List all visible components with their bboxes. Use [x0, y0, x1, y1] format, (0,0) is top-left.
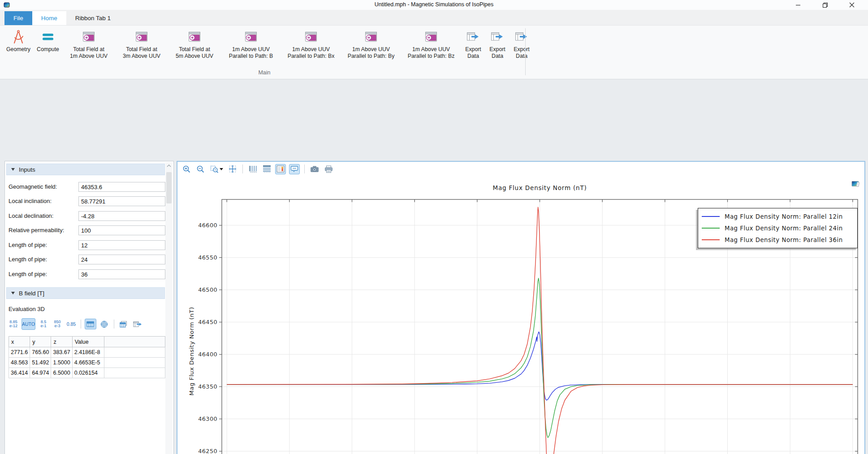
length-of-pipe-label-3: Length of pipe:	[9, 271, 47, 277]
plot-group-icon[interactable]	[851, 181, 859, 187]
length-of-pipe-label-2: Length of pipe:	[9, 256, 47, 263]
cell-y[interactable]: 765.60	[30, 347, 51, 358]
dropdown-caret-icon	[220, 168, 223, 170]
snapshot-button[interactable]	[309, 164, 320, 174]
cell-x[interactable]: 36.414	[9, 368, 30, 378]
parallel-path-b-button[interactable]: 1m Above UUVParallel to Path: B	[222, 27, 280, 60]
printer-icon	[324, 165, 333, 173]
close-icon	[849, 2, 855, 8]
parallel-path-bz-button[interactable]: 1m Above UUVParallel to Path: Bz	[402, 27, 460, 60]
total-field-1m-button[interactable]: Total Field at1m Above UUV	[64, 27, 114, 60]
tab-ribbon-1[interactable]: Ribbon Tab 1	[66, 11, 120, 25]
parallel-path-by-button[interactable]: 1m Above UUVParallel to Path: By	[342, 27, 400, 60]
tab-home[interactable]: Home	[32, 11, 66, 25]
legend-line-swatch	[702, 228, 720, 229]
cell-z[interactable]: 383.67	[51, 347, 72, 358]
relative-permeability-input[interactable]	[78, 225, 165, 235]
total-field-5m-button[interactable]: Total Field at5m Above UUV	[169, 27, 220, 60]
geometry-button[interactable]: Geometry	[4, 27, 32, 53]
local-inclination-input[interactable]	[78, 196, 165, 206]
cell-x[interactable]: 48.563	[9, 358, 30, 368]
sphere-plot-button[interactable]	[99, 319, 110, 329]
export-data-button-3[interactable]: ExportData	[511, 27, 532, 60]
cell-value[interactable]: 4.6653E-5	[72, 358, 104, 368]
graphics-panel: 0102030405060708090100462004625046300463…	[177, 161, 865, 454]
restore-button[interactable]	[812, 0, 838, 10]
length-of-pipe-input-1[interactable]	[78, 240, 165, 250]
scroll-up-button[interactable]	[165, 162, 173, 169]
evaluation-results-table: x y z Value 2771.6 765.60 383.67 2.4186E…	[9, 336, 165, 378]
column-header-value[interactable]: Value	[72, 337, 104, 347]
cell-y[interactable]: 51.492	[30, 358, 51, 368]
length-of-pipe-input-2[interactable]	[78, 255, 165, 264]
chart-legend: Mag Flux Density Norm: Parallel 12in Mag…	[698, 208, 858, 248]
table-row[interactable]: 36.414 64.974 6.5000 0.026154	[9, 368, 165, 378]
zoom-out-icon	[196, 165, 205, 173]
cell-z[interactable]: 1.5000	[51, 358, 72, 368]
print-button[interactable]	[323, 164, 334, 174]
export-data-button-1[interactable]: ExportData	[462, 27, 484, 60]
parallel-path-bx-button[interactable]: 1m Above UUVParallel to Path: Bx	[282, 27, 340, 60]
close-button[interactable]	[838, 0, 865, 10]
auto-notation-button[interactable]: AUTO	[22, 318, 35, 330]
compute-button[interactable]: Compute	[35, 27, 61, 53]
length-of-pipe-input-3[interactable]	[78, 269, 165, 279]
zoom-out-button[interactable]	[195, 164, 206, 174]
table-view-button[interactable]	[85, 319, 96, 329]
column-header-y[interactable]: y	[30, 337, 51, 347]
engineering-notation-button[interactable]: 8.5e-1	[38, 318, 49, 330]
cell-value[interactable]: 2.4186E-8	[72, 347, 104, 358]
legend-entry: Mag Flux Density Norm: Parallel 12in	[702, 211, 854, 222]
inputs-section-header[interactable]: Inputs	[6, 164, 165, 175]
zoom-in-button[interactable]	[181, 164, 192, 174]
table-header-row: x y z Value	[9, 337, 165, 347]
zoom-box-icon	[210, 165, 219, 173]
tab-file[interactable]: File	[4, 11, 32, 25]
copy-table-button[interactable]	[118, 319, 130, 329]
geomagnetic-field-label: Geomagnetic field:	[9, 183, 57, 190]
sidebar-vertical-scrollbar[interactable]	[165, 162, 173, 454]
cell-x[interactable]: 2771.6	[9, 347, 30, 358]
total-field-3m-button[interactable]: Total Field at3m Above UUV	[117, 27, 167, 60]
tooltip-toggle-button[interactable]	[289, 164, 300, 174]
legend-toggle-button[interactable]	[275, 164, 286, 174]
bfield-section-header[interactable]: B field [T]	[6, 287, 165, 299]
zoom-box-button[interactable]	[209, 164, 224, 174]
column-header-x[interactable]: x	[9, 337, 30, 347]
local-declination-input[interactable]	[78, 211, 165, 221]
geomagnetic-field-input[interactable]	[78, 182, 165, 192]
scientific-notation-button[interactable]: 8.85e-12	[8, 318, 19, 330]
y-tick-label: 46450	[198, 319, 217, 325]
y-axis-grid-button[interactable]	[247, 164, 258, 174]
export-data-button-2[interactable]: ExportData	[487, 27, 508, 60]
table-row[interactable]: 48.563 51.492 1.5000 4.6653E-5	[9, 358, 165, 368]
column-header-z[interactable]: z	[51, 337, 72, 347]
vertical-grid-icon	[249, 165, 257, 173]
cell-empty	[104, 358, 165, 368]
toolbar-separator	[81, 320, 81, 329]
milli-notation-button[interactable]: 850e-3	[52, 318, 63, 330]
legend-entry: Mag Flux Density Norm: Parallel 36in	[702, 234, 854, 246]
table-row[interactable]: 2771.6 765.60 383.67 2.4186E-8	[9, 347, 165, 358]
collapse-triangle-icon	[11, 292, 15, 294]
minimize-button[interactable]	[785, 0, 812, 10]
cell-y[interactable]: 64.974	[30, 368, 51, 378]
table-icon	[86, 321, 94, 327]
field-row-geomagnetic: Geomagnetic field:	[5, 182, 166, 192]
y-tick-label: 46600	[198, 222, 217, 229]
compute-icon	[41, 29, 55, 45]
length-of-pipe-label-1: Length of pipe:	[9, 242, 47, 248]
content-area: Inputs Geomagnetic field: Local inclinat…	[0, 79, 868, 454]
y-tick-label: 46300	[198, 415, 217, 422]
zoom-extents-icon	[228, 164, 237, 173]
cell-value[interactable]: 0.026154	[72, 368, 104, 378]
scrollbar-thumb[interactable]	[166, 172, 172, 203]
grid-button[interactable]	[261, 164, 272, 174]
cell-z[interactable]: 6.5000	[51, 368, 72, 378]
inputs-section-title: Inputs	[19, 166, 35, 173]
plain-notation-button[interactable]: 0.85	[65, 318, 77, 330]
export-table-button[interactable]	[132, 319, 143, 329]
legend-label: Mag Flux Density Norm: Parallel 36in	[725, 237, 843, 243]
collapse-triangle-icon	[11, 168, 15, 171]
zoom-extents-button[interactable]	[227, 164, 238, 174]
